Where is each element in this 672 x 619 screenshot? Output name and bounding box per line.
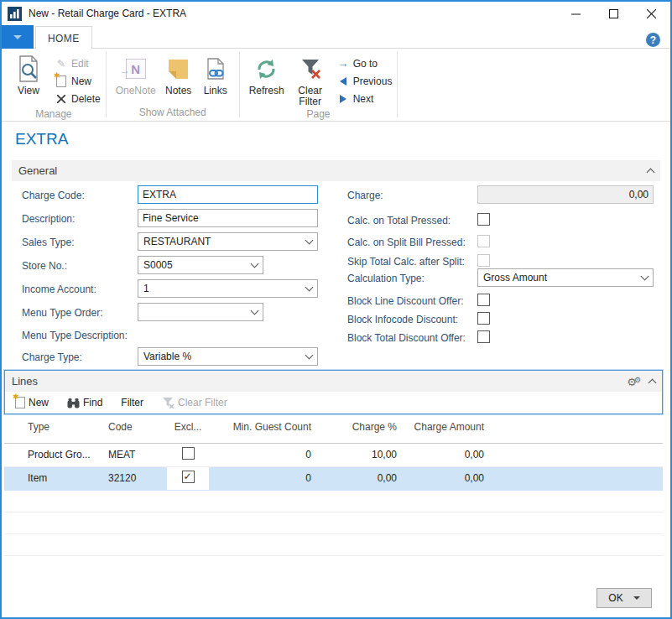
lines-clear-filter-button[interactable]: Clear Filter <box>162 397 227 408</box>
excl-checkbox[interactable] <box>182 447 195 460</box>
title-bar: New - Retail Charge Card - EXTRA <box>2 2 670 25</box>
calculation-type-select[interactable]: Gross Amount <box>477 268 654 287</box>
field-label-calc-on-split-bill-pressed: Calc. on Split Bill Pressed: <box>347 237 466 248</box>
block-line-discount-offer-checkbox[interactable] <box>477 294 490 306</box>
charge-code-input[interactable] <box>138 185 318 204</box>
chevron-down-icon <box>251 260 259 268</box>
onenote-button[interactable]: N→ OneNote <box>112 51 160 96</box>
binoculars-icon <box>67 398 80 408</box>
ribbon: View ✎ Edit New Delete <box>2 49 670 122</box>
page-title: EXTRA <box>15 130 68 148</box>
column-header-type[interactable]: Type <box>4 416 98 443</box>
menu-type-order-select[interactable] <box>138 303 263 321</box>
triangle-left-icon <box>336 77 351 86</box>
triangle-right-icon <box>336 95 351 103</box>
field-label-block-total-discount-offer: Block Total Discount Offer: <box>347 332 466 344</box>
column-header-excl[interactable]: Excl... <box>167 416 209 443</box>
field-label-menu-type-description: Menu Type Description: <box>22 330 128 341</box>
general-section-header[interactable]: General <box>12 160 660 181</box>
lines-section-header[interactable]: Lines ⚙⚙ <box>5 371 662 392</box>
lines-find-button[interactable]: Find <box>67 397 102 408</box>
gear-icon[interactable]: ⚙⚙ <box>627 376 641 387</box>
skip-total-calc-after-split-checkbox[interactable] <box>477 254 490 267</box>
charge-input[interactable] <box>477 185 654 204</box>
clear-filter-funnel-icon <box>300 54 321 84</box>
arrow-right-icon: → <box>336 57 351 70</box>
chevron-up-icon <box>647 168 655 176</box>
field-label-charge: Charge: <box>347 190 383 201</box>
field-label-description: Description: <box>22 213 75 225</box>
table-row[interactable]: Product Gro... MEAT 0 10,00 0,00 <box>4 443 663 466</box>
previous-button[interactable]: Previous <box>336 72 393 90</box>
pencil-icon: ✎ <box>54 58 69 70</box>
calc-on-total-pressed-checkbox[interactable] <box>477 213 490 226</box>
minimize-button[interactable] <box>557 2 595 25</box>
application-menu-button[interactable] <box>2 25 34 49</box>
ribbon-group-page: Refresh Clear Filter → Go <box>240 49 398 121</box>
refresh-button[interactable]: Refresh <box>245 51 289 96</box>
empty-table-row[interactable] <box>4 512 663 533</box>
new-page-icon <box>15 397 25 408</box>
next-button[interactable]: Next <box>336 90 393 107</box>
field-label-skip-total-calc-after-split: Skip Total Calc. after Split: <box>347 256 465 268</box>
close-button[interactable] <box>633 2 670 25</box>
window-title: New - Retail Charge Card - EXTRA <box>29 8 186 19</box>
lines-table: Type Code Excl... Min. Guest Count Charg… <box>4 416 663 556</box>
clear-filter-button[interactable]: Clear Filter <box>289 51 332 107</box>
edit-button[interactable]: ✎ Edit <box>54 55 101 72</box>
view-document-magnifier-icon <box>17 54 40 84</box>
onenote-icon: N→ <box>126 54 146 84</box>
empty-table-row[interactable] <box>4 533 663 555</box>
links-button[interactable]: Links <box>197 51 234 96</box>
link-chain-icon <box>206 54 225 84</box>
lines-new-button[interactable]: New <box>15 397 49 408</box>
new-button[interactable]: New <box>54 72 101 90</box>
ribbon-separator <box>397 52 398 117</box>
chevron-down-icon <box>251 307 259 315</box>
lines-pane: Lines ⚙⚙ New <box>4 370 663 556</box>
table-row[interactable]: Item 32120 0 0,00 0,00 <box>4 466 663 490</box>
field-label-charge-code: Charge Code: <box>22 190 85 201</box>
block-total-discount-offer-checkbox[interactable] <box>477 330 490 343</box>
delete-button[interactable]: Delete <box>54 90 101 107</box>
close-icon <box>647 9 656 18</box>
income-account-select[interactable]: 1 <box>138 279 318 298</box>
ribbon-group-show-attached: N→ OneNote Notes <box>107 49 239 121</box>
field-label-block-line-discount-offer: Block Line Discount Offer: <box>347 295 464 307</box>
maximize-button[interactable] <box>595 2 633 25</box>
ribbon-group-manage: View ✎ Edit New Delete <box>2 49 106 121</box>
block-infocode-discount-checkbox[interactable] <box>477 312 490 325</box>
calc-on-split-bill-pressed-checkbox[interactable] <box>477 235 490 247</box>
field-label-income-account: Income Account: <box>22 283 96 295</box>
field-label-calc-on-total-pressed: Calc. on Total Pressed: <box>347 215 451 226</box>
view-button[interactable]: View <box>7 51 50 96</box>
column-header-charge-pct[interactable]: Charge % <box>316 416 402 443</box>
column-header-min-guest-count[interactable]: Min. Guest Count <box>209 416 316 443</box>
ribbon-tab-row: HOME <box>2 25 670 49</box>
chevron-down-icon <box>305 237 314 245</box>
excl-checkbox[interactable] <box>182 471 195 483</box>
lines-filter-button[interactable]: Filter <box>121 397 143 408</box>
minimize-icon <box>571 9 581 18</box>
group-label-page: Page <box>245 107 393 121</box>
refresh-icon <box>255 54 278 84</box>
goto-button[interactable]: → Go to <box>336 55 393 72</box>
chevron-down-icon <box>305 283 314 292</box>
field-label-calculation-type: Calculation Type: <box>347 273 425 284</box>
table-header-row: Type Code Excl... Min. Guest Count Charg… <box>4 416 663 443</box>
empty-table-row[interactable] <box>4 490 663 512</box>
tab-home[interactable]: HOME <box>35 26 92 49</box>
chevron-down-icon <box>633 596 640 600</box>
notes-button[interactable]: Notes <box>160 51 197 96</box>
field-label-store-no: Store No.: <box>22 260 67 272</box>
app-chart-icon <box>8 7 22 21</box>
store-no-select[interactable]: S0005 <box>138 256 263 274</box>
column-header-code[interactable]: Code <box>98 416 167 443</box>
help-button[interactable]: ? <box>646 33 660 47</box>
sticky-note-icon <box>169 54 188 84</box>
ok-button[interactable]: OK <box>596 588 652 608</box>
column-header-charge-amount[interactable]: Charge Amount <box>402 416 489 443</box>
charge-type-select[interactable]: Variable % <box>138 347 318 366</box>
sales-type-select[interactable]: RESTAURANT <box>138 232 318 251</box>
description-input[interactable] <box>138 209 318 227</box>
